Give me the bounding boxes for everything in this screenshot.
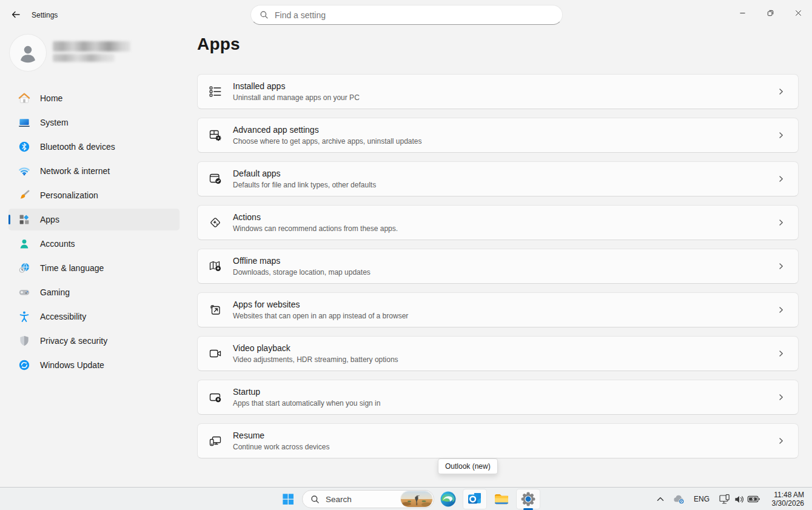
sidebar-item-bluetooth-devices[interactable]: Bluetooth & devices xyxy=(8,136,180,158)
minimize-button[interactable] xyxy=(728,0,756,25)
tray-volume-button[interactable] xyxy=(731,492,747,506)
gaming-icon xyxy=(18,286,30,298)
file-explorer-icon xyxy=(493,491,510,508)
card-title: Offline maps xyxy=(233,255,371,267)
sidebar-item-time-language[interactable]: Time & language xyxy=(8,257,180,279)
settings-card-actions[interactable]: Actions Windows can recommend actions fr… xyxy=(197,205,799,240)
card-text: Actions Windows can recommend actions fr… xyxy=(233,212,398,233)
card-subtitle: Video adjustments, HDR streaming, batter… xyxy=(233,355,398,364)
user-name-redacted xyxy=(53,41,133,62)
card-title: Startup xyxy=(233,386,380,398)
page-title: Apps xyxy=(197,35,240,54)
apps-icon xyxy=(18,213,30,226)
settings-app-button[interactable] xyxy=(517,489,540,509)
restore-button[interactable] xyxy=(756,0,784,25)
titlebar: Settings xyxy=(0,0,812,29)
chevron-right-icon xyxy=(777,306,785,314)
close-button[interactable] xyxy=(784,0,812,25)
settings-card-installed-apps[interactable]: Installed apps Uninstall and manage apps… xyxy=(197,74,799,109)
default-apps-icon xyxy=(208,172,223,186)
sidebar-item-network-internet[interactable]: Network & internet xyxy=(8,160,180,182)
clock-time: 11:48 AM xyxy=(774,491,804,499)
card-subtitle: Windows can recommend actions from these… xyxy=(233,224,398,233)
battery-charging-icon xyxy=(747,492,760,506)
privacy-icon xyxy=(18,335,30,347)
network-icon xyxy=(18,165,30,177)
edge-icon xyxy=(440,491,457,508)
card-title: Actions xyxy=(233,212,398,223)
home-icon xyxy=(18,92,30,104)
close-icon xyxy=(794,9,802,17)
sidebar-item-accounts[interactable]: Accounts xyxy=(8,233,180,255)
apps-for-websites-icon xyxy=(208,303,223,317)
settings-card-startup[interactable]: Startup Apps that start automatically wh… xyxy=(197,380,799,415)
sidebar-item-gaming[interactable]: Gaming xyxy=(8,281,180,303)
settings-card-list: Installed apps Uninstall and manage apps… xyxy=(197,74,799,467)
sidebar-item-home[interactable]: Home xyxy=(8,87,180,109)
monitor-phone-icon xyxy=(719,493,731,505)
sidebar-item-windows-update[interactable]: Windows Update xyxy=(8,354,180,376)
card-text: Default apps Defaults for file and link … xyxy=(233,168,376,190)
settings-card-offline-maps[interactable]: Offline maps Downloads, storage location… xyxy=(197,249,799,284)
card-subtitle: Websites that can open in an app instead… xyxy=(233,311,408,321)
card-title: Video playback xyxy=(233,343,398,354)
card-text: Resume Continue work across devices xyxy=(233,430,329,452)
windows-update-icon xyxy=(18,359,30,371)
taskbar-tooltip: Outlook (new) xyxy=(438,458,498,474)
find-setting-searchbox[interactable] xyxy=(250,5,563,25)
chevron-right-icon xyxy=(777,219,785,226)
card-subtitle: Choose where to get apps, archive apps, … xyxy=(233,136,422,146)
settings-card-resume[interactable]: Resume Continue work across devices xyxy=(197,423,799,458)
selected-indicator xyxy=(8,215,10,224)
chevron-right-icon xyxy=(777,132,785,139)
person-icon xyxy=(15,40,41,65)
file-explorer-button[interactable] xyxy=(490,489,513,509)
avatar[interactable] xyxy=(10,35,46,71)
chevron-up-icon xyxy=(656,494,665,504)
desktop: { "titlebar": { "title": "Settings", "se… xyxy=(0,0,812,510)
settings-card-default-apps[interactable]: Default apps Defaults for file and link … xyxy=(197,161,799,196)
bluetooth-icon xyxy=(18,141,30,153)
card-subtitle: Defaults for file and link types, other … xyxy=(233,180,376,190)
find-setting-input[interactable] xyxy=(275,10,554,20)
back-arrow-icon xyxy=(11,10,21,19)
chevron-right-icon xyxy=(777,350,785,357)
edge-button[interactable] xyxy=(437,489,460,509)
sidebar-item-system[interactable]: System xyxy=(8,112,180,133)
installed-apps-icon xyxy=(208,84,223,99)
chevron-right-icon xyxy=(777,394,785,401)
card-text: Video playback Video adjustments, HDR st… xyxy=(233,343,398,364)
sidebar-item-personalization[interactable]: Personalization xyxy=(8,184,180,206)
card-title: Resume xyxy=(233,430,329,441)
sidebar-item-privacy-security[interactable]: Privacy & security xyxy=(8,330,180,352)
window-title: Settings xyxy=(32,11,58,19)
taskbar-search-icon xyxy=(310,495,320,504)
taskbar-search[interactable]: Search xyxy=(302,490,434,508)
actions-icon xyxy=(208,215,223,230)
tray-monitor-button[interactable] xyxy=(717,492,733,506)
start-button[interactable] xyxy=(277,489,300,509)
personalization-icon xyxy=(18,189,30,201)
sidebar-item-apps[interactable]: Apps xyxy=(8,209,180,230)
search-highlight-image[interactable] xyxy=(401,491,432,507)
sidebar-nav: Home System Bluetooth & devices Network … xyxy=(0,87,188,378)
tray-cloud-button[interactable] xyxy=(671,492,686,506)
start-icon xyxy=(281,492,295,506)
offline-maps-icon xyxy=(208,259,223,273)
sidebar-item-accessibility[interactable]: Accessibility xyxy=(8,306,180,327)
tray-chevron-up-button[interactable] xyxy=(653,492,668,506)
language-indicator[interactable]: ENG xyxy=(691,492,712,506)
taskbar-search-label: Search xyxy=(326,495,352,504)
window-controls xyxy=(728,0,812,25)
system-icon xyxy=(18,116,30,129)
settings-card-video-playback[interactable]: Video playback Video adjustments, HDR st… xyxy=(197,336,799,371)
card-title: Default apps xyxy=(233,168,376,180)
settings-card-apps-for-websites[interactable]: Apps for websites Websites that can open… xyxy=(197,292,799,327)
settings-card-advanced-app-settings[interactable]: Advanced app settings Choose where to ge… xyxy=(197,118,799,153)
back-button[interactable] xyxy=(8,7,24,22)
card-subtitle: Uninstall and manage apps on your PC xyxy=(233,93,360,102)
tray-battery-button[interactable] xyxy=(746,492,762,506)
clock[interactable]: 11:48 AM 3/30/2026 xyxy=(760,490,804,508)
card-subtitle: Apps that start automatically when you s… xyxy=(233,398,380,408)
outlook-button[interactable] xyxy=(463,489,486,509)
